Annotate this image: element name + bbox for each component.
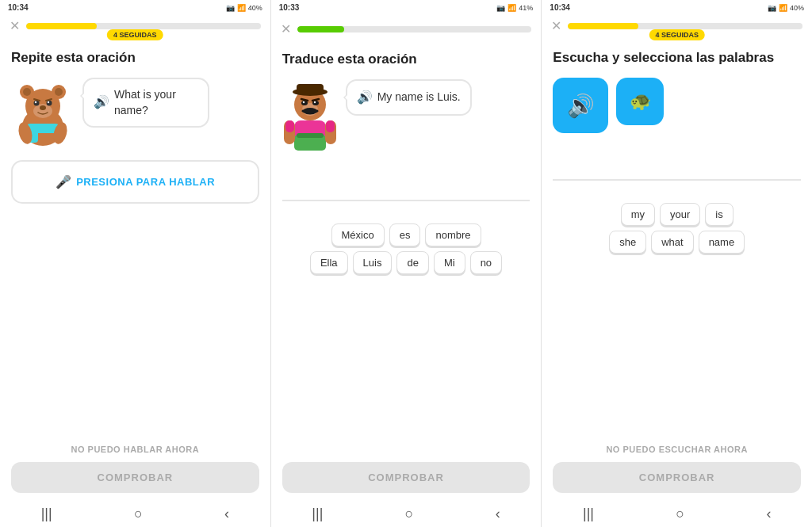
progress-track-2	[297, 26, 532, 32]
speak-label: PRESIONA PARA HABLAR	[76, 176, 215, 188]
speech-bubble-1: 🔊 What is your name?	[82, 78, 209, 128]
nav-back-2[interactable]: ‹	[496, 506, 500, 522]
svg-rect-23	[297, 84, 324, 94]
panel-content-3: Escucha y selecciona las palabras 🔊 🐢 my…	[542, 40, 812, 445]
chip-ella[interactable]: Ella	[310, 251, 348, 274]
chip-mi[interactable]: Mi	[434, 251, 465, 274]
svg-point-7	[55, 88, 63, 96]
nav-home-3[interactable]: ○	[676, 506, 684, 522]
panel-repeat: 10:34 📷 📶 40% 4 SEGUIDAS ✕ Repite esta o…	[0, 0, 271, 527]
chip-row-2-2: Ella Luis de Mi no	[282, 251, 530, 274]
speech-text-1: What is your name?	[114, 87, 198, 118]
word-chips-3: my your is she what name	[553, 203, 801, 258]
nav-bar-2: ||| ○ ‹	[271, 499, 542, 527]
mic-icon: 🎤	[56, 174, 72, 189]
panel-title-2: Traduce esta oración	[282, 51, 530, 68]
svg-point-31	[303, 108, 317, 114]
progress-fill-3	[568, 23, 638, 29]
speech-bubble-2: 🔊 My name is Luis.	[346, 79, 472, 116]
close-button-3[interactable]: ✕	[551, 18, 561, 33]
chip-my[interactable]: my	[621, 203, 655, 226]
status-bar-1: 10:34 📷 📶 40%	[0, 0, 270, 15]
chip-is[interactable]: is	[705, 203, 733, 226]
chip-your[interactable]: your	[660, 203, 700, 226]
answer-drop-zone	[282, 170, 530, 201]
speech-text-2: My name is Luis.	[377, 90, 461, 105]
chip-row-3-2: she what name	[553, 231, 801, 254]
streak-badge-3: 4 SEGUIDAS	[649, 29, 705, 40]
svg-point-11	[35, 101, 36, 103]
time-1: 10:34	[8, 3, 29, 12]
svg-rect-20	[297, 133, 324, 138]
bottom-area-2: COMPROBAR	[271, 462, 542, 499]
audio-turtle-button[interactable]: 🐢	[616, 78, 664, 125]
bottom-area-3: NO PUEDO ESCUCHAR AHORA COMPROBAR	[542, 445, 812, 499]
progress-area-2: ✕	[271, 15, 542, 41]
status-icons-1: 📷 📶 40%	[226, 4, 262, 12]
man-character	[282, 79, 338, 158]
nav-home-1[interactable]: ○	[134, 506, 143, 522]
chip-mexico[interactable]: México	[331, 223, 385, 246]
progress-wrapper-1: 4 SEGUIDAS ✕	[0, 15, 270, 40]
chip-es[interactable]: es	[389, 223, 421, 246]
chip-row-3-1: my your is	[553, 203, 801, 226]
progress-fill-1	[26, 23, 97, 29]
close-button-2[interactable]: ✕	[281, 21, 291, 36]
character-row-2: 🔊 My name is Luis.	[282, 79, 530, 158]
check-button-1[interactable]: COMPROBAR	[11, 462, 259, 493]
panel-content-2: Traduce esta oración	[271, 41, 542, 462]
progress-track-1	[26, 23, 261, 29]
panel-translate: 10:33 📷 📶 41% ✕ Traduce esta oración	[271, 0, 542, 527]
status-icons-2: 📷 📶 41%	[496, 4, 533, 12]
audio-buttons-row: 🔊 🐢	[553, 78, 801, 133]
speaker-icon: 🔊	[567, 93, 595, 119]
sound-icon-2[interactable]: 🔊	[357, 89, 373, 106]
streak-badge-1: 4 SEGUIDAS	[107, 29, 163, 40]
check-button-3[interactable]: COMPROBAR	[553, 462, 801, 493]
chip-what[interactable]: what	[651, 231, 693, 254]
turtle-icon: 🐢	[630, 91, 651, 112]
svg-rect-35	[326, 120, 335, 132]
cant-speak-1[interactable]: NO PUEDO HABLAR AHORA	[11, 445, 259, 454]
panel-listen: 10:34 📷 📶 40% 4 SEGUIDAS ✕ Escucha y sel…	[542, 0, 812, 527]
progress-track-3	[568, 23, 802, 29]
speak-area[interactable]: 🎤 PRESIONA PARA HABLAR	[11, 160, 259, 204]
word-chips-2: México es nombre Ella Luis de Mi no	[282, 223, 530, 279]
nav-back-3[interactable]: ‹	[766, 506, 771, 522]
progress-wrapper-3: 4 SEGUIDAS ✕	[542, 15, 812, 40]
svg-point-6	[23, 88, 31, 96]
nav-menu-1[interactable]: |||	[41, 506, 52, 522]
svg-point-12	[48, 101, 49, 103]
status-icons-3: 📷 📶 40%	[768, 4, 804, 12]
check-button-2[interactable]: COMPROBAR	[282, 462, 530, 493]
svg-point-27	[302, 101, 304, 103]
chip-luis[interactable]: Luis	[353, 251, 393, 274]
speak-btn[interactable]: 🎤 PRESIONA PARA HABLAR	[25, 174, 245, 189]
status-bar-3: 10:34 📷 📶 40%	[542, 0, 812, 15]
chip-row-2-1: México es nombre	[282, 223, 530, 246]
time-3: 10:34	[550, 3, 570, 12]
nav-bar-1: ||| ○ ‹	[0, 499, 270, 527]
nav-menu-3[interactable]: |||	[583, 506, 594, 522]
panel-content-1: Repite esta oración	[0, 40, 270, 445]
nav-menu-2[interactable]: |||	[312, 506, 323, 522]
chip-she[interactable]: she	[609, 231, 646, 254]
chip-name[interactable]: name	[699, 231, 745, 254]
svg-rect-34	[285, 120, 294, 132]
time-2: 10:33	[279, 3, 300, 12]
sound-icon-1[interactable]: 🔊	[94, 94, 109, 111]
audio-play-button[interactable]: 🔊	[553, 78, 608, 133]
chip-nombre[interactable]: nombre	[425, 223, 481, 246]
nav-home-2[interactable]: ○	[405, 506, 414, 522]
svg-point-15	[40, 105, 46, 110]
nav-back-1[interactable]: ‹	[224, 506, 229, 522]
bear-character	[11, 78, 75, 149]
cant-listen[interactable]: NO PUEDO ESCUCHAR AHORA	[553, 445, 801, 454]
character-row-1: 🔊 What is your name?	[11, 78, 259, 149]
svg-point-28	[313, 101, 315, 103]
panel-title-3: Escucha y selecciona las palabras	[553, 49, 801, 67]
chip-de[interactable]: de	[396, 251, 428, 274]
close-button-1[interactable]: ✕	[10, 18, 20, 33]
nav-bar-3: ||| ○ ‹	[542, 499, 812, 527]
chip-no[interactable]: no	[470, 251, 502, 274]
